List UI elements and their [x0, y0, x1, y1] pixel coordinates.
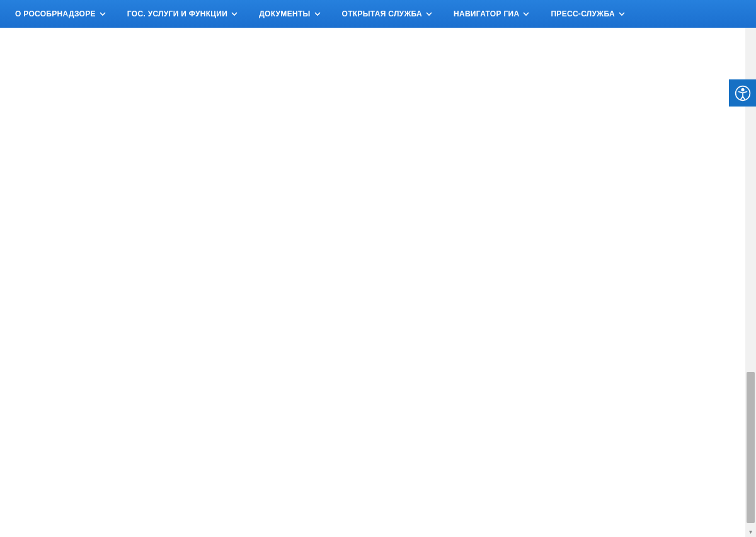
nav-item-press[interactable]: ПРЕСС-СЛУЖБА: [551, 9, 625, 18]
chevron-down-icon: [523, 11, 529, 17]
nav-item-gia[interactable]: НАВИГАТОР ГИА: [454, 9, 529, 18]
nav-label: О РОСОБРНАДЗОРЕ: [15, 9, 96, 18]
chevron-down-icon: [100, 11, 106, 17]
nav-label: ПРЕСС-СЛУЖБА: [551, 9, 615, 18]
nav-label: ДОКУМЕНТЫ: [259, 9, 310, 18]
main-nav: О РОСОБРНАДЗОРЕ ГОС. УСЛУГИ И ФУНКЦИИ ДО…: [0, 0, 756, 28]
nav-label: ОТКРЫТАЯ СЛУЖБА: [342, 9, 422, 18]
nav-item-open-service[interactable]: ОТКРЫТАЯ СЛУЖБА: [342, 9, 432, 18]
nav-item-services[interactable]: ГОС. УСЛУГИ И ФУНКЦИИ: [127, 9, 238, 18]
chevron-down-icon: [231, 11, 238, 17]
nav-item-documents[interactable]: ДОКУМЕНТЫ: [259, 9, 320, 18]
chevron-down-icon: [619, 11, 625, 17]
nav-label: ГОС. УСЛУГИ И ФУНКЦИИ: [127, 9, 227, 18]
chevron-down-icon: [314, 11, 321, 17]
nav-item-about[interactable]: О РОСОБРНАДЗОРЕ: [15, 9, 106, 18]
chevron-down-icon: [426, 11, 432, 17]
nav-label: НАВИГАТОР ГИА: [454, 9, 519, 18]
